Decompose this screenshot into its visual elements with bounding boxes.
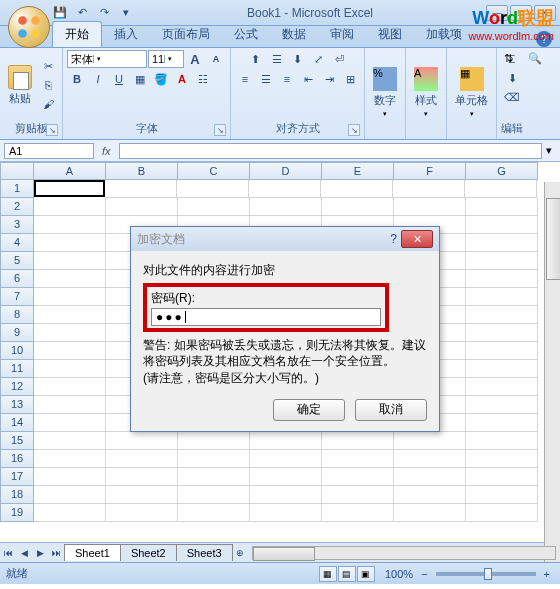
cell[interactable] [34, 198, 106, 216]
zoom-in-button[interactable]: + [544, 568, 550, 580]
cell[interactable] [178, 450, 250, 468]
tab-review[interactable]: 审阅 [318, 22, 366, 47]
tab-addins[interactable]: 加载项 [414, 22, 474, 47]
password-input[interactable]: ●●● [151, 308, 381, 326]
cell[interactable] [322, 468, 394, 486]
redo-button[interactable]: ↷ [96, 5, 112, 21]
cell[interactable] [34, 360, 106, 378]
dialog-titlebar[interactable]: 加密文档 ? ✕ [131, 227, 439, 251]
cell[interactable] [34, 324, 106, 342]
formula-expand[interactable]: ▾ [542, 144, 556, 157]
cell[interactable] [178, 432, 250, 450]
sheet-tab-2[interactable]: Sheet2 [120, 544, 177, 561]
cancel-button[interactable]: 取消 [355, 399, 427, 421]
cell[interactable] [106, 450, 178, 468]
horizontal-scrollbar[interactable] [252, 546, 556, 560]
row-header[interactable]: 13 [0, 396, 34, 414]
cell[interactable] [249, 180, 321, 198]
col-header[interactable]: A [34, 162, 106, 180]
col-header[interactable]: F [394, 162, 466, 180]
clear-button[interactable]: ⌫ [502, 88, 522, 106]
increase-indent-button[interactable]: ⇥ [319, 70, 339, 88]
cell[interactable] [321, 180, 393, 198]
decrease-indent-button[interactable]: ⇤ [298, 70, 318, 88]
zoom-level[interactable]: 100% [385, 568, 413, 580]
paste-button[interactable]: 粘贴 [4, 63, 36, 108]
bold-button[interactable]: B [67, 70, 87, 88]
tab-pagelayout[interactable]: 页面布局 [150, 22, 222, 47]
cell[interactable] [466, 324, 538, 342]
cell[interactable] [394, 486, 466, 504]
cell[interactable] [466, 432, 538, 450]
undo-button[interactable]: ↶ [74, 5, 90, 21]
cell[interactable] [34, 450, 106, 468]
cell[interactable] [177, 180, 249, 198]
wrap-text-button[interactable]: ⏎ [330, 50, 350, 68]
row-header[interactable]: 5 [0, 252, 34, 270]
col-header[interactable]: B [106, 162, 178, 180]
cell[interactable] [34, 252, 106, 270]
shrink-font-button[interactable]: A [206, 50, 226, 68]
cell[interactable] [34, 270, 106, 288]
cell[interactable] [34, 468, 106, 486]
dialog-close-button[interactable]: ✕ [401, 230, 433, 248]
copy-button[interactable]: ⎘ [38, 76, 58, 94]
clipboard-dialog-launcher[interactable]: ↘ [46, 124, 58, 136]
cell[interactable] [178, 504, 250, 522]
cell[interactable] [466, 450, 538, 468]
cell[interactable] [106, 432, 178, 450]
page-layout-view-button[interactable]: ▤ [338, 566, 356, 582]
tab-insert[interactable]: 插入 [102, 22, 150, 47]
merge-button[interactable]: ⊞ [340, 70, 360, 88]
cell[interactable] [466, 360, 538, 378]
fx-icon[interactable]: fx [102, 145, 111, 157]
col-header[interactable]: C [178, 162, 250, 180]
cell[interactable] [466, 342, 538, 360]
cell[interactable] [466, 252, 538, 270]
last-sheet-button[interactable]: ⏭ [48, 545, 64, 561]
cell[interactable] [466, 234, 538, 252]
cell[interactable] [466, 486, 538, 504]
col-header[interactable]: G [466, 162, 538, 180]
cell[interactable] [34, 414, 106, 432]
cell[interactable] [466, 216, 538, 234]
cell[interactable] [34, 378, 106, 396]
cell[interactable] [34, 342, 106, 360]
row-header[interactable]: 8 [0, 306, 34, 324]
cell[interactable] [178, 468, 250, 486]
cell[interactable] [466, 504, 538, 522]
cell[interactable] [106, 486, 178, 504]
sheet-tab-1[interactable]: Sheet1 [64, 544, 121, 561]
col-header[interactable]: D [250, 162, 322, 180]
cell[interactable] [466, 378, 538, 396]
cell[interactable] [466, 414, 538, 432]
row-header[interactable]: 14 [0, 414, 34, 432]
dialog-help-icon[interactable]: ? [390, 232, 397, 246]
tab-home[interactable]: 开始 [52, 21, 102, 47]
normal-view-button[interactable]: ▦ [319, 566, 337, 582]
page-break-view-button[interactable]: ▣ [357, 566, 375, 582]
vertical-scrollbar[interactable] [544, 182, 560, 562]
cell[interactable] [394, 432, 466, 450]
cell[interactable] [250, 432, 322, 450]
cell[interactable] [250, 468, 322, 486]
tab-view[interactable]: 视图 [366, 22, 414, 47]
qat-dropdown[interactable]: ▾ [118, 5, 134, 21]
cell[interactable] [34, 234, 106, 252]
row-header[interactable]: 9 [0, 324, 34, 342]
cell[interactable] [34, 396, 106, 414]
align-bottom-button[interactable]: ⬇ [288, 50, 308, 68]
cell[interactable] [250, 486, 322, 504]
italic-button[interactable]: I [88, 70, 108, 88]
align-center-button[interactable]: ☰ [256, 70, 276, 88]
fill-color-button[interactable]: 🪣 [151, 70, 171, 88]
cell[interactable] [393, 180, 465, 198]
cell[interactable] [34, 306, 106, 324]
cell[interactable] [106, 504, 178, 522]
cell[interactable] [250, 198, 322, 216]
cell[interactable] [106, 468, 178, 486]
row-header[interactable]: 4 [0, 234, 34, 252]
cell[interactable] [466, 288, 538, 306]
cell[interactable] [466, 306, 538, 324]
office-button[interactable] [8, 6, 50, 48]
